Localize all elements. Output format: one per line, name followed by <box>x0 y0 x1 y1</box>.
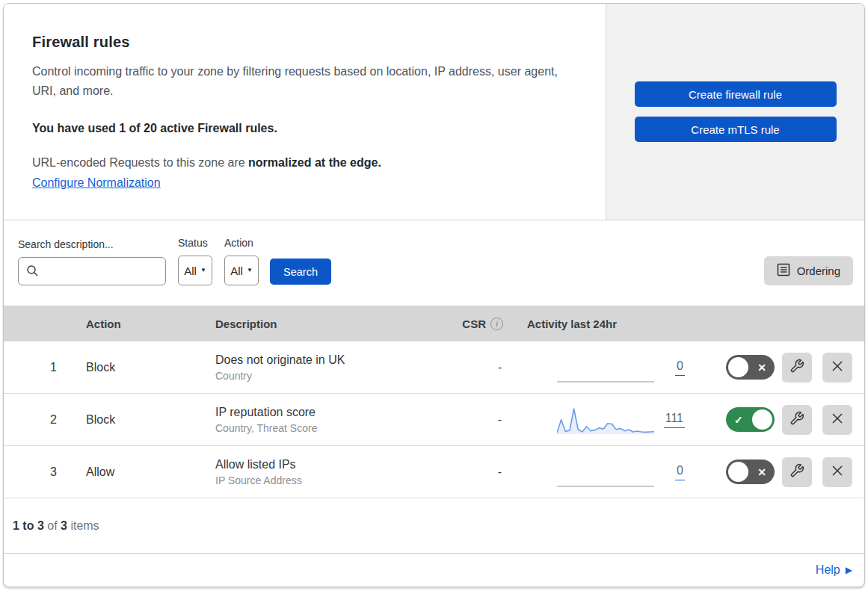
rule-priority: 3 <box>4 465 75 479</box>
activity-sparkline <box>557 404 654 436</box>
edit-rule-button[interactable] <box>782 405 812 435</box>
wrench-icon <box>789 463 804 480</box>
rule-action: Block <box>75 361 215 374</box>
rule-controls: ✓ ✕ <box>699 405 864 435</box>
toggle-knob <box>728 357 748 377</box>
column-header-activity: Activity last 24hr <box>520 318 699 330</box>
x-icon: ✕ <box>757 466 766 478</box>
arrow-right-icon: ▶ <box>846 565 852 575</box>
rule-description: Does not originate in UK <box>215 353 437 367</box>
activity-sparkline <box>557 457 654 488</box>
rule-activity-cell: 0 <box>520 352 699 383</box>
info-icon[interactable]: i <box>490 318 503 330</box>
rule-description: Allow listed IPs <box>215 458 437 471</box>
table-row: 1 Block Does not originate in UK Country… <box>4 341 864 394</box>
rule-csr: - <box>437 465 520 479</box>
table-row: 3 Allow Allow listed IPs IP Source Addre… <box>4 446 864 498</box>
action-label: Action <box>224 237 259 249</box>
action-dropdown[interactable]: All▼ <box>224 256 259 285</box>
normalization-note: URL-encoded Requests to this zone are no… <box>32 156 561 170</box>
top-section: Firewall rules Control incoming traffic … <box>4 4 864 220</box>
status-dropdown[interactable]: All▼ <box>178 256 212 285</box>
normalization-text: URL-encoded Requests to this zone are <box>32 156 248 169</box>
toggle-knob <box>728 462 748 482</box>
delete-rule-button[interactable] <box>822 457 852 487</box>
check-icon: ✓ <box>734 414 743 426</box>
create-firewall-rule-button[interactable]: Create firewall rule <box>635 81 837 107</box>
activity-count-link[interactable]: 0 <box>675 359 685 376</box>
usage-note: You have used 1 of 20 active Firewall ru… <box>32 122 561 135</box>
actions-panel: Create firewall rule Create mTLS rule <box>606 4 864 220</box>
rule-description: IP reputation score <box>215 406 437 419</box>
wrench-icon <box>789 411 804 428</box>
action-field: Action All▼ <box>224 237 259 285</box>
rule-description-cell: Does not originate in UK Country <box>215 353 437 382</box>
close-icon <box>831 360 843 374</box>
help-bar: Help▶ <box>4 554 864 587</box>
rule-action: Allow <box>75 465 215 479</box>
close-icon <box>831 412 843 427</box>
search-field: Search description... <box>18 238 166 285</box>
rule-csr: - <box>437 361 520 374</box>
rule-priority: 1 <box>4 361 75 374</box>
enable-toggle[interactable]: ✓ ✕ <box>726 407 775 432</box>
search-label: Search description... <box>18 238 166 250</box>
help-link[interactable]: Help▶ <box>816 563 852 577</box>
item-range: 1 to 3 <box>13 519 44 532</box>
pagination-summary: 1 to 3 of 3 items <box>4 498 864 554</box>
rule-priority: 2 <box>4 413 75 427</box>
delete-rule-button[interactable] <box>822 405 852 435</box>
chevron-down-icon: ▼ <box>200 267 206 273</box>
search-input[interactable] <box>18 257 166 285</box>
rule-action: Block <box>75 413 215 427</box>
activity-count-link[interactable]: 111 <box>664 412 685 428</box>
wrench-icon <box>789 359 804 376</box>
column-header-description: Description <box>215 318 437 330</box>
rule-fields: IP Source Address <box>215 474 437 486</box>
edit-rule-button[interactable] <box>782 457 812 487</box>
rule-description-cell: IP reputation score Country, Threat Scor… <box>215 406 437 434</box>
ordering-button[interactable]: Ordering <box>764 256 853 285</box>
column-header-action: Action <box>75 318 215 330</box>
rule-fields: Country <box>215 370 437 382</box>
close-icon <box>831 465 843 479</box>
filter-bar: Search description... Status All▼ Action… <box>4 220 864 306</box>
rule-fields: Country, Threat Score <box>215 422 437 434</box>
activity-count-link[interactable]: 0 <box>675 464 685 480</box>
search-box <box>18 257 166 285</box>
status-label: Status <box>178 237 212 249</box>
delete-rule-button[interactable] <box>822 353 852 383</box>
create-mtls-rule-button[interactable]: Create mTLS rule <box>635 117 837 142</box>
x-icon: ✕ <box>757 362 766 374</box>
intro-description: Control incoming traffic to your zone by… <box>32 62 561 102</box>
edit-rule-button[interactable] <box>782 353 812 383</box>
rule-controls: ✓ ✕ <box>699 353 864 383</box>
firewall-rules-page: Firewall rules Control incoming traffic … <box>3 3 865 587</box>
rule-csr: - <box>437 413 520 427</box>
column-header-csr: CSR i <box>437 318 520 330</box>
page-title: Firewall rules <box>32 34 561 51</box>
normalization-bold: normalized at the edge. <box>248 156 381 169</box>
table-row: 2 Block IP reputation score Country, Thr… <box>4 394 864 446</box>
activity-sparkline <box>557 352 654 383</box>
configure-normalization-link[interactable]: Configure Normalization <box>32 176 161 190</box>
rule-description-cell: Allow listed IPs IP Source Address <box>215 458 437 486</box>
rule-controls: ✓ ✕ <box>699 457 864 487</box>
enable-toggle[interactable]: ✓ ✕ <box>726 460 775 484</box>
status-field: Status All▼ <box>178 237 212 285</box>
rule-activity-cell: 0 <box>520 457 699 488</box>
list-document-icon <box>777 263 790 279</box>
toggle-knob <box>752 409 772 430</box>
rule-activity-cell: 111 <box>520 404 699 436</box>
table-header: Action Description CSR i Activity last 2… <box>4 306 864 341</box>
item-total: 3 <box>61 519 67 532</box>
chevron-down-icon: ▼ <box>247 267 253 273</box>
intro-card: Firewall rules Control incoming traffic … <box>4 4 606 220</box>
search-button[interactable]: Search <box>270 259 331 285</box>
enable-toggle[interactable]: ✓ ✕ <box>726 355 775 380</box>
